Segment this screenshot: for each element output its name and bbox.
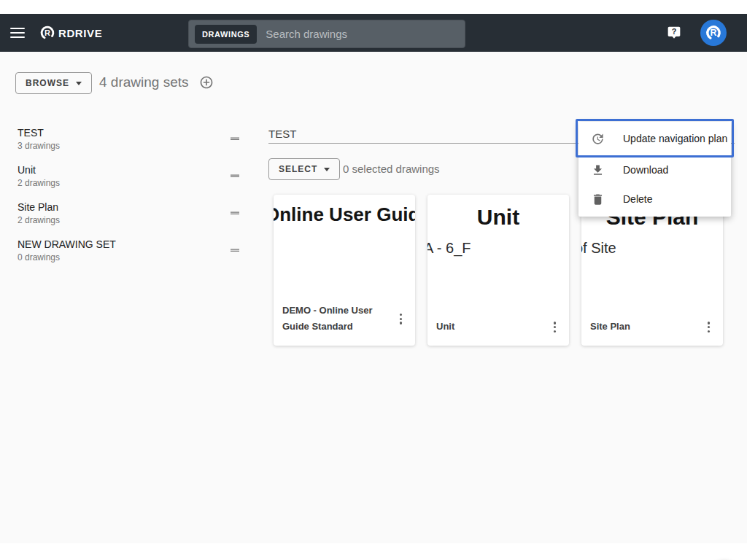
set-count: 0 drawings xyxy=(18,252,244,262)
card-footer: Site Plan xyxy=(581,314,723,346)
browse-button-label: BROWSE xyxy=(26,78,69,88)
drawing-sets-count: 4 drawing sets xyxy=(99,74,189,90)
brand-name: RDRIVE xyxy=(58,27,102,39)
set-count: 2 drawings xyxy=(18,215,244,225)
page-content: BROWSE 4 drawing sets TEST 3 drawings Un… xyxy=(0,52,747,543)
menu-item-label: Update navigation plan xyxy=(623,133,727,144)
menu-icon[interactable] xyxy=(10,28,25,38)
card-footer: Unit xyxy=(427,314,569,346)
set-name: NEW DRAWING SET xyxy=(18,238,244,250)
drawing-thumbnail: Online User Guide S xyxy=(274,195,415,298)
thumbnail-text: Online User Guide S xyxy=(274,203,415,226)
card-footer: DEMO - Online User Guide Standard xyxy=(274,298,415,346)
select-button-label: SELECT xyxy=(279,164,317,174)
set-name: TEST xyxy=(18,127,244,139)
drag-handle-icon[interactable] xyxy=(228,169,241,182)
appbar-right-group: ? R xyxy=(667,14,747,52)
app-window: R RDRIVE DRAWINGS Search drawings ? R xyxy=(0,0,747,560)
chevron-down-icon xyxy=(76,82,82,85)
selection-status: 0 selected drawings xyxy=(343,163,440,175)
svg-text:R: R xyxy=(44,28,50,37)
download-icon xyxy=(591,163,605,177)
set-name: Unit xyxy=(18,164,244,176)
help-icon[interactable]: ? xyxy=(667,26,681,40)
set-name: Site Plan xyxy=(18,201,244,213)
set-count: 3 drawings xyxy=(18,141,244,151)
drag-handle-icon[interactable] xyxy=(228,206,241,219)
drawing-label: DEMO - Online User Guide Standard xyxy=(282,303,377,336)
drawing-set-list: TEST 3 drawings Unit 2 drawings Site Pla… xyxy=(18,127,244,276)
thumbnail-subtext: of Site xyxy=(581,240,723,257)
drawing-card-unit[interactable]: Unit A - 6_F Unit xyxy=(427,195,569,346)
svg-text:?: ? xyxy=(672,27,677,36)
drawing-label: Site Plan xyxy=(590,319,630,335)
selected-set-title: TEST xyxy=(268,128,296,140)
set-count: 2 drawings xyxy=(18,178,244,188)
svg-text:R: R xyxy=(710,28,716,38)
search-input[interactable]: Search drawings xyxy=(266,28,347,40)
drawing-set-row-site-plan[interactable]: Site Plan 2 drawings xyxy=(18,201,244,226)
set-options-menu: Update navigation plan Download Delete xyxy=(578,122,731,217)
menu-item-label: Download xyxy=(623,164,668,176)
drawing-thumbnail: Unit A - 6_F xyxy=(427,195,569,314)
chevron-down-icon xyxy=(324,168,330,171)
drag-handle-icon[interactable] xyxy=(228,244,241,257)
update-icon xyxy=(591,132,605,146)
more-options-icon[interactable] xyxy=(703,319,714,335)
drawing-card-site-plan[interactable]: Site Plan of Site Site Plan xyxy=(581,195,723,346)
select-button[interactable]: SELECT xyxy=(268,158,340,180)
add-drawing-set-icon[interactable] xyxy=(199,75,214,90)
drawing-set-row-new-drawing-set[interactable]: NEW DRAWING SET 0 drawings xyxy=(18,238,244,263)
search-bar[interactable]: DRAWINGS Search drawings xyxy=(188,20,465,48)
menu-item-update-navigation-plan[interactable]: Update navigation plan xyxy=(578,122,731,155)
browse-button[interactable]: BROWSE xyxy=(15,72,92,94)
brand-logo[interactable]: R RDRIVE xyxy=(39,25,102,41)
thumbnail-text: Unit xyxy=(427,205,569,230)
menu-item-download[interactable]: Download xyxy=(578,155,731,184)
delete-icon xyxy=(591,192,605,206)
more-options-icon[interactable] xyxy=(549,319,560,335)
menu-item-label: Delete xyxy=(623,193,652,205)
app-bar: R RDRIVE DRAWINGS Search drawings ? R xyxy=(0,14,747,52)
more-options-icon[interactable] xyxy=(395,311,406,327)
search-scope-badge: DRAWINGS xyxy=(195,25,257,44)
drawing-set-row-unit[interactable]: Unit 2 drawings xyxy=(18,164,244,189)
account-avatar[interactable]: R xyxy=(700,20,727,46)
menu-item-delete[interactable]: Delete xyxy=(578,184,731,214)
drag-handle-icon[interactable] xyxy=(228,132,241,145)
thumbnail-subtext: A - 6_F xyxy=(427,240,569,257)
rdrive-logo-icon: R xyxy=(39,25,55,41)
drawing-card-demo-online-user-guide[interactable]: Online User Guide S DEMO - Online User G… xyxy=(274,195,415,346)
avatar-logo-icon: R xyxy=(705,24,722,42)
drawing-set-row-test[interactable]: TEST 3 drawings xyxy=(18,127,244,152)
drawing-cards: Online User Guide S DEMO - Online User G… xyxy=(274,195,723,346)
drawing-label: Unit xyxy=(436,319,454,335)
